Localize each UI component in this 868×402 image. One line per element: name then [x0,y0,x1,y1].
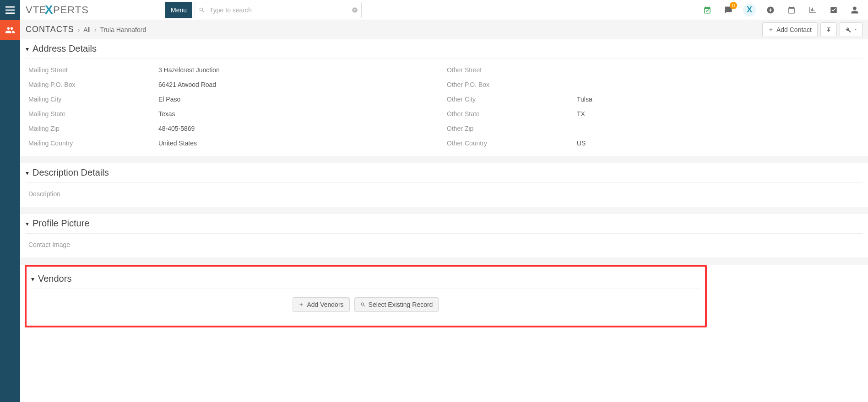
comments-button[interactable]: 0 [718,0,739,20]
svg-text:PERTS: PERTS [53,4,89,16]
detail-content: ▾ Address Details Mailing Street3 Hazelc… [20,39,868,337]
chevron-right-icon: › [94,26,97,33]
add-vendors-button[interactable]: Add Vendors [293,297,349,312]
logo[interactable]: VTE X PERTS [26,4,99,16]
field-value[interactable]: Texas [158,110,444,118]
address-fields: Mailing Street3 Hazelcrest Junction Othe… [26,59,863,156]
field-other-street: Other Street [444,63,863,77]
x-icon: X [743,4,756,16]
section-title: Address Details [33,43,97,54]
field-value[interactable]: 3 Hazelcrest Junction [158,66,444,74]
search-dropdown-toggle[interactable] [348,7,361,13]
field-label: Description [26,190,158,198]
field-value[interactable]: Tulsa [577,96,863,103]
breadcrumb-all[interactable]: All [83,26,91,33]
section-header-address[interactable]: ▾ Address Details [26,40,863,59]
section-title: Profile Picture [33,218,90,229]
breadcrumb-actions: Add Contact [762,22,863,37]
caret-down-icon: ▾ [31,275,34,283]
section-description-details: ▾ Description Details Description [26,163,863,207]
field-value[interactable]: El Paso [158,96,444,103]
add-contact-button[interactable]: Add Contact [762,22,818,37]
topbar: VTE X PERTS Menu 0 X [0,0,868,20]
field-label: Other Zip [444,125,577,132]
logo-icon: VTE X PERTS [26,4,99,16]
add-button[interactable] [760,0,781,20]
section-header-profile[interactable]: ▾ Profile Picture [26,214,863,234]
section-title: Vendors [38,273,71,284]
calendar-check-icon [703,6,711,14]
sidebar-item-contacts[interactable] [0,20,20,40]
field-value[interactable] [577,66,863,74]
section-address-details: ▾ Address Details Mailing Street3 Hazelc… [26,39,863,156]
section-header-description[interactable]: ▾ Description Details [26,164,863,183]
profile-fields: Contact Image [26,234,863,257]
field-label: Mailing P.O. Box [26,81,158,88]
user-menu[interactable] [844,0,865,20]
field-value[interactable]: 66421 Atwood Road [158,81,444,88]
field-value[interactable] [577,81,863,88]
caret-down-icon: ▾ [26,45,29,53]
main-menu-toggle[interactable] [0,0,20,20]
field-label: Other State [444,110,577,118]
field-value[interactable]: TX [577,110,863,118]
field-other-country: Other CountryUS [444,136,863,150]
field-label: Other Country [444,139,577,147]
field-label: Mailing Country [26,139,158,147]
section-spacer [20,257,868,265]
search-icon [195,7,209,13]
field-label: Other Street [444,66,577,74]
field-value[interactable] [158,190,863,198]
topbar-right: 0 X [697,0,868,20]
field-label: Other P.O. Box [444,81,577,88]
field-value[interactable]: US [577,139,863,147]
field-other-zip: Other Zip [444,121,863,136]
calendar-button[interactable] [781,0,802,20]
search-input[interactable] [209,6,348,14]
field-description: Description [26,187,863,201]
section-header-vendors[interactable]: ▾ Vendors [31,270,700,289]
plus-icon [298,302,304,307]
field-label: Mailing Zip [26,125,158,132]
field-mailing-po: Mailing P.O. Box66421 Atwood Road [26,77,444,92]
search-icon [360,302,366,307]
svg-rect-1 [5,9,15,11]
calendar-icon [787,6,796,14]
user-icon [851,6,859,14]
field-value[interactable]: United States [158,139,444,147]
field-other-po: Other P.O. Box [444,77,863,92]
caret-down-icon [854,28,857,32]
tasks-button[interactable] [823,0,844,20]
svg-text:VTE: VTE [26,4,47,16]
hamburger-icon [5,6,15,14]
extensions-button[interactable]: X [739,0,760,20]
download-icon [825,27,832,33]
field-other-city: Other CityTulsa [444,92,863,107]
plus-circle-icon [766,6,775,14]
section-profile-picture: ▾ Profile Picture Contact Image [26,214,863,257]
field-label: Contact Image [26,241,158,248]
field-value[interactable] [158,241,863,248]
menu-button[interactable]: Menu [165,2,192,18]
field-mailing-state: Mailing StateTexas [26,107,444,121]
import-button[interactable] [820,22,837,37]
select-existing-label: Select Existing Record [369,301,433,308]
tools-button[interactable] [840,22,863,37]
caret-down-icon: ▾ [26,169,29,177]
global-search[interactable] [195,2,362,18]
field-label: Mailing Street [26,66,158,74]
section-spacer [20,207,868,214]
field-label: Mailing City [26,96,158,103]
field-value[interactable] [577,125,863,132]
field-mailing-city: Mailing CityEl Paso [26,92,444,107]
users-icon [5,25,15,35]
select-existing-record-button[interactable]: Select Existing Record [354,297,439,312]
field-mailing-country: Mailing CountryUnited States [26,136,444,150]
field-mailing-street: Mailing Street3 Hazelcrest Junction [26,63,444,77]
breadcrumb-module[interactable]: CONTACTS [26,25,74,34]
reports-button[interactable] [802,0,823,20]
reminders-button[interactable] [697,0,718,20]
vendors-actions: Add Vendors Select Existing Record [31,289,700,312]
sidebar [0,20,20,337]
field-value[interactable]: 48-405-5869 [158,125,444,132]
